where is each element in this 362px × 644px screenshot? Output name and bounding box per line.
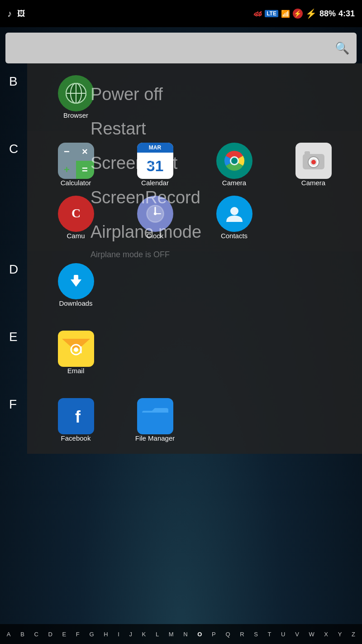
section-d: D Downloads — [0, 251, 362, 319]
alpha-z[interactable]: Z — [350, 630, 357, 639]
section-f: F f Facebook — [0, 386, 362, 454]
search-bar[interactable]: 🔍 — [5, 33, 357, 63]
downloads-label: Downloads — [59, 299, 92, 307]
yellow-bolt-icon: ⚡ — [305, 8, 317, 19]
image-icon: 🖼 — [17, 9, 25, 19]
alpha-u[interactable]: U — [280, 630, 286, 639]
alpha-e[interactable]: E — [61, 630, 68, 639]
facebook-label: Facebook — [61, 434, 91, 442]
status-right-icons: 🏎 LTE 📶 ⚡ ⚡ 88% 4:31 — [254, 8, 355, 19]
alpha-j[interactable]: J — [128, 630, 133, 639]
email-icon — [58, 331, 94, 367]
alphabet-bar: A B C D E F G H I J K L M N O P Q R S T … — [0, 624, 362, 644]
battery-percentage: 88% — [319, 9, 336, 19]
filemanager-icon — [137, 398, 173, 434]
section-label-b: B — [0, 63, 27, 89]
svg-rect-33 — [142, 411, 168, 427]
alpha-o[interactable]: O — [196, 630, 203, 639]
screenshot-label[interactable]: Screenshot — [90, 146, 362, 180]
app-downloads[interactable]: Downloads — [36, 259, 115, 312]
red-bolt-icon: ⚡ — [293, 9, 303, 19]
airplane-mode-label[interactable]: Airplane mode — [90, 215, 362, 249]
status-left-icons: ♪ 🖼 — [7, 9, 25, 19]
app-email[interactable]: Email — [36, 326, 115, 379]
airplane-status: Airplane mode is OFF — [90, 249, 362, 260]
signal-icon: 📶 — [281, 10, 290, 18]
facebook-icon: f — [58, 398, 94, 434]
downloads-icon — [58, 263, 94, 299]
alpha-q[interactable]: Q — [224, 630, 231, 639]
alpha-x[interactable]: X — [323, 630, 329, 639]
app-filemanager[interactable]: File Manager — [115, 394, 195, 447]
section-label-d: D — [0, 251, 27, 277]
alpha-t[interactable]: T — [267, 630, 273, 639]
power-off-label[interactable]: Power off — [90, 77, 362, 111]
alpha-d[interactable]: D — [47, 630, 53, 639]
section-label-f: F — [0, 386, 27, 412]
music-note-icon: ♪ — [7, 9, 12, 19]
section-label-e: E — [0, 319, 27, 344]
alpha-g[interactable]: G — [88, 630, 95, 639]
section-label-c: C — [0, 131, 27, 156]
alpha-y[interactable]: Y — [337, 630, 343, 639]
alpha-a[interactable]: A — [5, 630, 12, 639]
restart-label[interactable]: Restart — [90, 111, 362, 146]
alpha-v[interactable]: V — [294, 630, 300, 639]
alpha-n[interactable]: N — [182, 630, 189, 639]
alpha-i[interactable]: I — [116, 630, 121, 639]
time-display: 4:31 — [338, 9, 355, 19]
alpha-f[interactable]: F — [75, 630, 81, 639]
app-facebook[interactable]: f Facebook — [36, 394, 115, 447]
filemanager-label: File Manager — [135, 434, 175, 442]
alpha-p[interactable]: P — [210, 630, 217, 639]
alpha-b[interactable]: B — [19, 630, 26, 639]
alpha-c[interactable]: C — [33, 630, 39, 639]
status-bar: ♪ 🖼 🏎 LTE 📶 ⚡ ⚡ 88% 4:31 — [0, 0, 362, 27]
racing-app-icon: 🏎 — [254, 9, 262, 19]
alpha-l[interactable]: L — [154, 630, 160, 639]
alpha-w[interactable]: W — [307, 630, 315, 639]
alpha-k[interactable]: K — [141, 630, 148, 639]
svg-text:f: f — [75, 408, 81, 426]
alpha-m[interactable]: M — [167, 630, 175, 639]
svg-point-29 — [74, 347, 78, 352]
section-e: E Email — [0, 319, 362, 386]
alpha-h[interactable]: H — [102, 630, 109, 639]
svg-rect-25 — [74, 275, 78, 281]
screenrecord-label[interactable]: ScreenRecord — [90, 180, 362, 215]
alpha-s[interactable]: S — [252, 630, 259, 639]
email-label: Email — [67, 367, 85, 375]
search-icon: 🔍 — [335, 41, 349, 55]
lte-badge: LTE — [265, 10, 278, 17]
alpha-r[interactable]: R — [238, 630, 245, 639]
